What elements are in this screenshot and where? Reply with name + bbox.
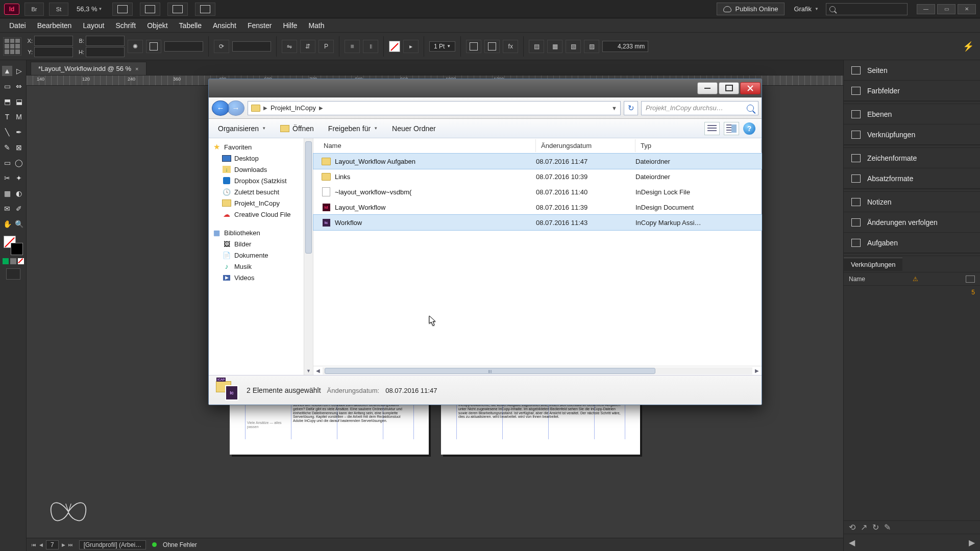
links-tab[interactable]: Verknüpfungen xyxy=(844,258,902,271)
pen-tool[interactable]: ✒ xyxy=(14,127,24,137)
flip-h-icon[interactable]: ⇋ xyxy=(282,40,297,53)
ellipse-tool[interactable]: ◯ xyxy=(14,158,24,168)
scroll-down-icon[interactable]: ▼ xyxy=(304,367,313,375)
constrain-icon[interactable]: ✺ xyxy=(128,40,143,53)
explorer-search[interactable]: Projekt_InCopy durchsu… xyxy=(641,101,758,115)
x-field[interactable] xyxy=(34,36,73,46)
panel-seiten[interactable]: Seiten xyxy=(844,60,980,81)
scale-button[interactable] xyxy=(146,40,161,53)
view-mode-button[interactable] xyxy=(704,122,720,135)
link-row[interactable]: 5 xyxy=(849,288,975,297)
explorer-maximize-button[interactable] xyxy=(719,82,739,94)
wrap-2[interactable]: ▦ xyxy=(547,40,562,53)
pencil-tool[interactable]: ✎ xyxy=(2,142,12,153)
menu-math[interactable]: Math xyxy=(303,20,329,31)
stock-button[interactable]: St xyxy=(49,3,68,16)
relink-icon[interactable]: ⟲ xyxy=(849,522,855,532)
file-row[interactable]: Layout_Workflow Aufgaben08.07.2016 11:47… xyxy=(313,154,762,169)
tree-downloads[interactable]: Downloads xyxy=(211,164,313,175)
wrap-4[interactable]: ▨ xyxy=(584,40,599,53)
tree-desktop[interactable]: Desktop xyxy=(211,153,313,164)
stroke-weight-selector[interactable]: 1 Pt ▼ xyxy=(429,41,455,52)
file-row[interactable]: Layout_Workflow08.07.2016 11:39InDesign … xyxy=(313,199,762,215)
close-tab-icon[interactable]: × xyxy=(135,66,138,72)
app-minimize-button[interactable]: — xyxy=(917,4,935,14)
app-close-button[interactable]: ✕ xyxy=(958,4,976,14)
breadcrumb[interactable]: ▶ Projekt_InCopy ▶ ▼ xyxy=(248,101,621,115)
tree-bilder[interactable]: Bilder xyxy=(211,238,313,249)
w-field[interactable] xyxy=(86,36,125,46)
scrollbar-thumb[interactable] xyxy=(305,141,312,254)
align-icon[interactable]: ≡ xyxy=(345,40,360,53)
next-thumb-icon[interactable]: ▶ xyxy=(969,538,975,547)
col-name[interactable]: Name xyxy=(318,139,536,152)
view-options-4[interactable] xyxy=(195,3,215,16)
panel-farbfelder[interactable]: Farbfelder xyxy=(844,81,980,101)
type-tool[interactable]: T xyxy=(2,112,12,122)
line-tool[interactable]: ╲ xyxy=(2,127,12,137)
page-tool[interactable]: ▭ xyxy=(2,81,12,91)
panel-absatzformate[interactable]: Absatzformate xyxy=(844,168,980,189)
edit-original-icon[interactable]: ✎ xyxy=(884,522,891,532)
direct-selection-tool[interactable]: ▷ xyxy=(14,66,24,76)
goto-link-icon[interactable]: ↗ xyxy=(861,522,867,532)
menu-objekt[interactable]: Objekt xyxy=(142,20,173,31)
next-page-icon[interactable]: ▶ xyxy=(62,542,65,547)
rectangle-tool[interactable]: ▭ xyxy=(2,158,12,168)
publish-online-button[interactable]: Publish Online xyxy=(717,3,785,15)
view-options-3[interactable] xyxy=(167,3,188,16)
frame-button-2[interactable] xyxy=(484,40,500,53)
screen-mode-button[interactable] xyxy=(6,268,20,280)
back-button[interactable]: ← xyxy=(212,101,229,116)
menu-fenster[interactable]: Fenster xyxy=(242,20,277,31)
y-field[interactable] xyxy=(34,47,73,57)
scissors-tool[interactable]: ✂ xyxy=(2,173,12,183)
scale-x-field[interactable] xyxy=(164,41,203,52)
file-hscrollbar[interactable]: ◀ ▶ xyxy=(313,366,762,375)
flip-v-icon[interactable]: ⇵ xyxy=(300,40,315,53)
prev-thumb-icon[interactable]: ◀ xyxy=(849,538,855,547)
selection-tool[interactable]: ▲ xyxy=(2,66,12,76)
preview-pane-button[interactable] xyxy=(724,122,739,135)
distribute-icon[interactable]: ⫴ xyxy=(363,40,378,53)
organize-button[interactable]: Organisieren▼ xyxy=(215,122,269,135)
help-search[interactable] xyxy=(826,3,908,15)
tree-projekt-incopy[interactable]: Projekt_InCopy xyxy=(211,197,313,209)
file-row[interactable]: Links08.07.2016 10:39Dateiordner xyxy=(313,169,762,184)
open-button[interactable]: Öffnen xyxy=(277,122,317,135)
frame-tool[interactable]: ⊠ xyxy=(14,142,24,153)
free-transform-tool[interactable]: ✦ xyxy=(14,173,24,183)
hscrollbar-thumb[interactable] xyxy=(325,368,655,374)
last-page-icon[interactable]: ⏭ xyxy=(68,542,73,547)
frame-button-1[interactable] xyxy=(466,40,481,53)
content-collector-tool[interactable]: ⬒ xyxy=(2,96,12,107)
panel-notizen[interactable]: Notizen xyxy=(844,192,980,212)
prev-page-icon[interactable]: ◀ xyxy=(39,542,43,547)
app-maximize-button[interactable]: ▭ xyxy=(937,4,955,14)
explorer-minimize-button[interactable] xyxy=(697,82,718,94)
corner-value[interactable]: 4,233 mm xyxy=(602,41,648,52)
tree-favorites[interactable]: Favoriten xyxy=(211,141,313,153)
panel-aufgaben[interactable]: Aufgaben xyxy=(844,233,980,253)
gradient-tool[interactable]: ▦ xyxy=(2,188,12,198)
rotate-icon[interactable]: ⟳ xyxy=(214,40,229,53)
tree-dropbox[interactable]: Dropbox (Satzkist xyxy=(211,175,313,186)
scroll-left-icon[interactable]: ◀ xyxy=(313,368,323,373)
note-tool[interactable]: ✉ xyxy=(2,204,12,214)
breadcrumb-segment[interactable]: Projekt_InCopy xyxy=(271,104,316,112)
tree-libraries[interactable]: Bibliotheken xyxy=(211,227,313,238)
share-button[interactable]: Freigeben für▼ xyxy=(325,122,381,135)
links-col-name[interactable]: Name xyxy=(849,276,865,283)
content-placer-tool[interactable]: ⬓ xyxy=(14,96,24,107)
fill-chevron[interactable]: ▸ xyxy=(403,40,419,53)
bridge-button[interactable]: Br xyxy=(24,3,44,16)
file-row[interactable]: ~layout_workflow~vsdbm(08.07.2016 11:40I… xyxy=(313,184,762,199)
links-col-page-icon[interactable] xyxy=(966,276,975,283)
menu-tabelle[interactable]: Tabelle xyxy=(174,20,207,31)
fill-stroke-swatch[interactable] xyxy=(4,236,23,255)
zoom-tool[interactable]: 🔍 xyxy=(14,219,24,229)
breadcrumb-dropdown-icon[interactable]: ▼ xyxy=(611,105,617,111)
page-nav[interactable]: ⏮ ◀ 7 ▶ ⏭ xyxy=(32,540,73,549)
menu-layout[interactable]: Layout xyxy=(78,20,109,31)
forward-button[interactable]: → xyxy=(227,101,244,116)
